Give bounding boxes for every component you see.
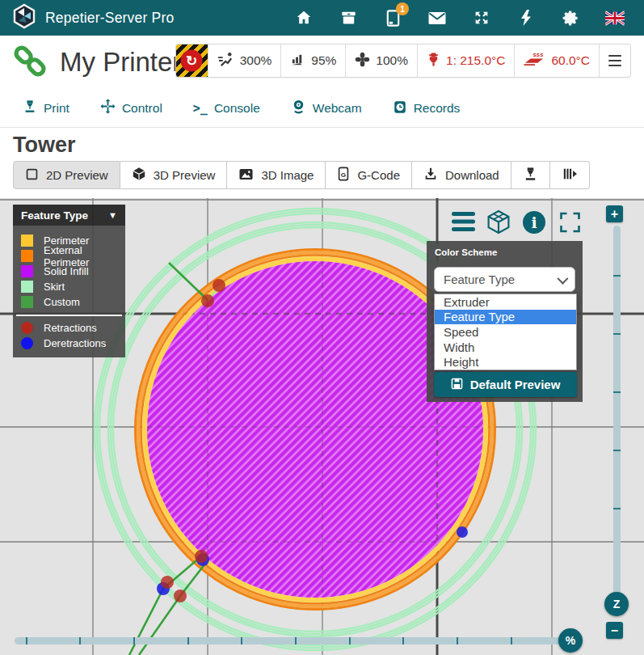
tab-records[interactable]: Records xyxy=(393,99,461,117)
legend-item-external-perimeter: External Perimeter xyxy=(13,248,125,264)
slider-tick xyxy=(457,637,458,644)
zoom-in-button[interactable]: + xyxy=(606,205,623,222)
button-2d-preview[interactable]: 2D Preview xyxy=(13,161,120,189)
button-3d-image[interactable]: 3D Image xyxy=(227,161,326,189)
fan-button[interactable]: 100% xyxy=(345,44,417,77)
option-extruder[interactable]: Extruder xyxy=(435,294,576,310)
gcode-2d-preview-canvas[interactable]: Feature Type ▼ Perimeter External Perime… xyxy=(0,198,644,655)
printer-status-bar: ↻ 300% 95% xyxy=(175,44,631,78)
home-icon[interactable] xyxy=(294,8,314,27)
webcam-icon xyxy=(291,99,306,117)
option-speed[interactable]: Speed xyxy=(435,324,576,340)
printer-menu-button[interactable] xyxy=(599,44,630,77)
printer-header: My Printer ↻ 300% xyxy=(0,36,644,89)
zoom-out-button[interactable]: − xyxy=(606,622,623,639)
extruder-temp-icon xyxy=(427,52,440,70)
legend-divider xyxy=(16,315,122,316)
move-cross-icon xyxy=(100,99,116,117)
layer-slider-track[interactable] xyxy=(613,226,621,612)
color-scheme-label: Color Scheme xyxy=(435,247,497,257)
tablet-icon[interactable]: 1 xyxy=(383,8,402,27)
default-preview-button[interactable]: Default Preview xyxy=(434,372,577,397)
progress-slider-track[interactable] xyxy=(15,637,566,644)
z-mode-button[interactable]: Z xyxy=(604,592,629,616)
fan-value: 100% xyxy=(376,53,408,68)
link-icon[interactable] xyxy=(13,44,47,81)
slider-tick xyxy=(349,637,351,644)
top-navbar: Repetier-Server Pro 1 xyxy=(0,0,644,36)
tab-print[interactable]: Print xyxy=(23,99,69,117)
legend-item-deretractions: Deretractions xyxy=(13,336,125,351)
option-feature-type[interactable]: Feature Type xyxy=(435,310,576,325)
chevron-down-icon: ▼ xyxy=(108,210,117,220)
tab-console[interactable]: >_ Console xyxy=(193,101,260,116)
emergency-stop-button[interactable]: ↻ xyxy=(176,44,208,77)
view-button-group: 2D Preview 3D Preview 3D Image G G-C xyxy=(13,161,631,189)
deretractions-swatch xyxy=(21,337,33,349)
color-scheme-select[interactable]: Feature Type xyxy=(434,267,575,292)
gear-icon[interactable] xyxy=(561,8,580,27)
printer-title: My Printer xyxy=(60,47,181,78)
button-3d-preview[interactable]: 3D Preview xyxy=(120,161,228,189)
svg-text:sss: sss xyxy=(533,51,545,58)
download-icon xyxy=(423,167,438,184)
slider-tick xyxy=(511,637,512,644)
slider-tick xyxy=(613,508,621,509)
fullscreen-icon[interactable] xyxy=(558,211,582,237)
fan-icon xyxy=(355,52,370,70)
legend-header[interactable]: Feature Type ▼ xyxy=(13,205,125,226)
chevron-down-icon xyxy=(557,273,568,284)
extruder-temp-button[interactable]: 1: 215.0°C xyxy=(417,44,514,77)
button-nozzle-view[interactable] xyxy=(511,161,550,189)
slider-tick xyxy=(79,637,81,644)
slider-tick xyxy=(613,275,621,277)
skirt-swatch xyxy=(21,281,33,293)
color-scheme-dropdown: Extruder Feature Type Speed Width Height xyxy=(434,294,577,370)
percent-mode-button[interactable]: % xyxy=(558,628,583,653)
bed-temp-button[interactable]: sss 60.0°C xyxy=(514,44,599,77)
cube-wireframe-icon[interactable] xyxy=(486,209,511,238)
bed-temp-value: 60.0°C xyxy=(551,53,590,68)
bed-temp-icon: sss xyxy=(524,51,545,70)
layer-menu-icon[interactable] xyxy=(451,211,476,236)
print-nozzle-icon xyxy=(23,99,37,117)
logo-hexagon-icon[interactable] xyxy=(11,3,37,32)
slider-tick xyxy=(241,637,242,644)
expand-arrows-icon[interactable] xyxy=(472,8,491,27)
power-bolt-icon[interactable] xyxy=(516,8,536,27)
uk-flag-icon[interactable] xyxy=(605,8,625,27)
tab-webcam[interactable]: Webcam xyxy=(291,99,362,117)
svg-text:i: i xyxy=(531,213,537,231)
external-perimeter-swatch xyxy=(21,250,33,262)
slider-tick xyxy=(133,637,135,644)
archive-box-icon[interactable] xyxy=(339,8,358,27)
slider-tick xyxy=(402,637,404,644)
svg-text:G: G xyxy=(341,171,346,179)
button-gcode[interactable]: G G-Code xyxy=(326,161,412,189)
retractions-swatch xyxy=(21,322,33,334)
speed-value: 300% xyxy=(240,53,272,68)
info-icon[interactable]: i xyxy=(522,210,546,238)
legend-item-custom: Custom xyxy=(13,294,125,310)
custom-swatch xyxy=(21,296,33,308)
slider-tick xyxy=(295,637,297,644)
printer-tabs: Print Control >_ Console Webcam xyxy=(0,89,644,128)
option-width[interactable]: Width xyxy=(435,340,576,355)
save-floppy-icon xyxy=(451,378,463,392)
legend-item-retractions: Retractions xyxy=(13,320,125,336)
button-layers[interactable] xyxy=(550,161,590,189)
speed-factor-button[interactable]: 300% xyxy=(208,44,281,77)
button-download[interactable]: Download xyxy=(412,161,511,189)
tab-control[interactable]: Control xyxy=(100,99,162,117)
option-height[interactable]: Height xyxy=(435,354,576,370)
color-scheme-panel: Color Scheme Feature Type Extruder Featu… xyxy=(427,241,583,402)
flow-bars-icon xyxy=(290,52,305,70)
mail-icon[interactable] xyxy=(427,8,447,27)
square-outline-icon xyxy=(25,167,39,184)
image-icon xyxy=(238,167,254,184)
notification-badge: 1 xyxy=(396,2,409,15)
flow-factor-button[interactable]: 95% xyxy=(280,44,345,77)
feature-legend: Feature Type ▼ Perimeter External Perime… xyxy=(13,205,125,357)
menu-icon xyxy=(608,55,621,67)
slider-tick xyxy=(613,450,621,451)
